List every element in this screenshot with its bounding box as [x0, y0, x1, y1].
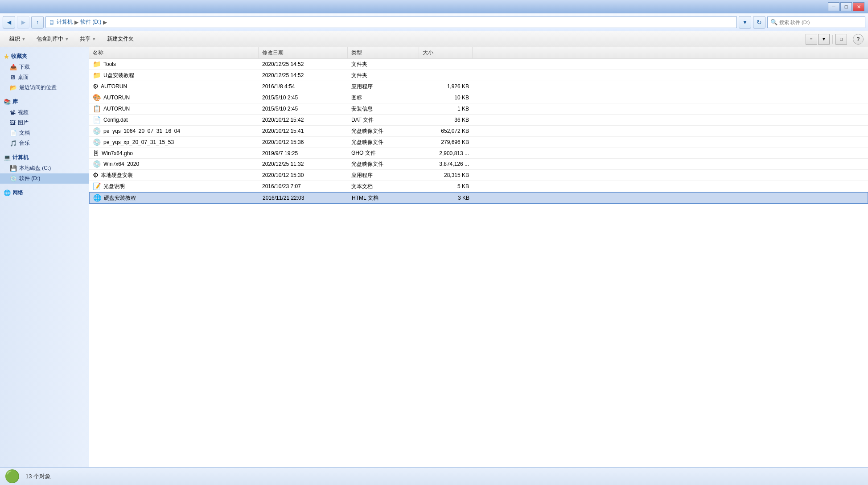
sidebar-item-video[interactable]: 📽 视频: [0, 107, 89, 118]
table-row[interactable]: 🎨 AUTORUN 2015/5/10 2:45 图标 10 KB: [89, 92, 868, 103]
organize-button[interactable]: 组织 ▼: [4, 33, 31, 45]
table-row[interactable]: 💿 pe_yqs_xp_20_07_31_15_53 2020/10/12 15…: [89, 137, 868, 148]
file-cell-name: 🌐 硬盘安装教程: [90, 193, 259, 203]
file-cell-name: 🗄 Win7x64.gho: [89, 148, 259, 158]
dropdown-button[interactable]: ▼: [739, 16, 751, 29]
file-cell-name: 💿 Win7x64_2020: [89, 159, 259, 169]
view-list-button[interactable]: ≡: [806, 34, 817, 45]
organize-chevron: ▼: [21, 37, 26, 41]
column-headers: 名称 修改日期 类型 大小: [89, 47, 868, 59]
table-row[interactable]: 📋 AUTORUN 2015/5/10 2:45 安装信息 1 KB: [89, 103, 868, 115]
refresh-button[interactable]: ↻: [753, 16, 765, 29]
table-row[interactable]: 📁 Tools 2020/12/25 14:52 文件夹: [89, 59, 868, 70]
library-icon: 📚: [4, 99, 11, 105]
col-header-type[interactable]: 类型: [348, 47, 419, 58]
sidebar-item-download[interactable]: 📥 下载: [0, 62, 89, 72]
table-row[interactable]: 💿 Win7x64_2020 2020/12/25 11:32 光盘映像文件 3…: [89, 159, 868, 170]
file-name: pe_yqs_xp_20_07_31_15_53: [103, 139, 174, 145]
document-label: 文档: [19, 129, 30, 137]
up-button[interactable]: ↑: [31, 16, 44, 29]
col-header-name[interactable]: 名称: [89, 47, 259, 58]
path-drive[interactable]: 软件 (D:): [80, 18, 101, 26]
close-button[interactable]: ✕: [853, 2, 864, 11]
table-row[interactable]: 🌐 硬盘安装教程 2016/11/21 22:03 HTML 文档 3 KB: [89, 192, 868, 204]
table-row[interactable]: 🗄 Win7x64.gho 2019/9/7 19:25 GHO 文件 2,90…: [89, 148, 868, 159]
document-icon: 📄: [10, 130, 17, 136]
sidebar-item-disk-c[interactable]: 💾 本地磁盘 (C:): [0, 163, 89, 173]
help-button[interactable]: ?: [853, 34, 864, 45]
sidebar-item-image[interactable]: 🖼 图片: [0, 118, 89, 128]
file-cell-modified: 2016/1/8 4:54: [259, 82, 348, 91]
sidebar-item-music[interactable]: 🎵 音乐: [0, 138, 89, 148]
file-cell-modified: 2020/10/12 15:42: [259, 115, 348, 124]
sidebar-item-recent[interactable]: 📂 最近访问的位置: [0, 82, 89, 93]
include-label: 包含到库中: [37, 35, 63, 43]
file-cell-modified: 2020/12/25 11:32: [259, 160, 348, 169]
star-icon: ★: [4, 53, 9, 60]
table-row[interactable]: ⚙ AUTORUN 2016/1/8 4:54 应用程序 1,926 KB: [89, 81, 868, 92]
table-row[interactable]: 📝 光盘说明 2016/10/23 7:07 文本文档 5 KB: [89, 181, 868, 192]
file-cell-type: 图标: [348, 93, 419, 103]
file-icon: 📝: [93, 182, 101, 190]
share-button[interactable]: 共享 ▼: [75, 33, 101, 45]
file-name: Win7x64_2020: [103, 161, 139, 167]
file-icon: ⚙: [93, 82, 99, 90]
sidebar-item-desktop[interactable]: 🖥 桌面: [0, 72, 89, 82]
file-cell-modified: 2019/9/7 19:25: [259, 149, 348, 158]
file-cell-type: DAT 文件: [348, 115, 419, 125]
sidebar-header-network[interactable]: 🌐 网络: [0, 187, 89, 198]
sidebar-section-libraries: 📚 库 📽 视频 🖼 图片 📄 文档 🎵 音乐: [0, 96, 89, 148]
file-cell-name: 🎨 AUTORUN: [89, 92, 259, 103]
file-name: 光盘说明: [103, 183, 125, 190]
file-name: AUTORUN: [101, 83, 127, 90]
file-icon: 📋: [93, 105, 101, 113]
preview-button[interactable]: □: [835, 34, 847, 45]
file-cell-size: 10 KB: [419, 93, 473, 102]
table-row[interactable]: 📁 U盘安装教程 2020/12/25 14:52 文件夹: [89, 70, 868, 81]
desktop-icon: 🖥: [10, 74, 16, 81]
image-label: 图片: [18, 119, 29, 127]
path-sep-2: ▶: [103, 19, 107, 25]
file-name: U盘安装教程: [103, 72, 134, 79]
recent-label: 最近访问的位置: [19, 84, 57, 91]
file-name: AUTORUN: [103, 95, 130, 101]
sidebar-header-libraries[interactable]: 📚 库: [0, 96, 89, 107]
view-chevron-button[interactable]: ▼: [818, 34, 830, 45]
path-computer[interactable]: 计算机: [57, 18, 73, 26]
table-row[interactable]: ⚙ 本地硬盘安装 2020/10/12 15:30 应用程序 28,315 KB: [89, 170, 868, 181]
sidebar-header-computer[interactable]: 💻 计算机: [0, 152, 89, 163]
new-folder-button[interactable]: 新建文件夹: [102, 33, 139, 45]
file-list: 📁 Tools 2020/12/25 14:52 文件夹 📁 U盘安装教程 20…: [89, 59, 868, 204]
file-name: Win7x64.gho: [102, 150, 133, 156]
share-chevron: ▼: [92, 37, 96, 41]
toolbar: 组织 ▼ 包含到库中 ▼ 共享 ▼ 新建文件夹 ≡ ▼ □ ?: [0, 31, 868, 47]
file-cell-name: ⚙ AUTORUN: [89, 81, 259, 92]
table-row[interactable]: 💿 pe_yqs_1064_20_07_31_16_04 2020/10/12 …: [89, 126, 868, 137]
libraries-label: 库: [12, 98, 18, 106]
file-cell-size: 652,072 KB: [419, 127, 473, 136]
music-icon: 🎵: [10, 140, 17, 147]
minimize-button[interactable]: ─: [828, 2, 839, 11]
include-button[interactable]: 包含到库中 ▼: [32, 33, 74, 45]
maximize-button[interactable]: □: [840, 2, 852, 11]
back-button[interactable]: ◀: [3, 16, 15, 29]
forward-button[interactable]: ▶: [17, 16, 29, 29]
file-cell-name: 📋 AUTORUN: [89, 103, 259, 114]
file-cell-type: 光盘映像文件: [348, 126, 419, 136]
table-row[interactable]: 📄 Config.dat 2020/10/12 15:42 DAT 文件 36 …: [89, 115, 868, 126]
col-header-modified[interactable]: 修改日期: [259, 47, 348, 58]
file-cell-size: [419, 74, 473, 77]
file-cell-size: 3 KB: [420, 193, 473, 202]
search-input[interactable]: [779, 20, 862, 25]
sidebar-header-favorites[interactable]: ★ 收藏夹: [0, 51, 89, 62]
status-count: 13 个对象: [25, 473, 51, 481]
file-cell-modified: 2020/10/12 15:30: [259, 171, 348, 180]
share-label: 共享: [80, 35, 91, 43]
title-bar: ─ □ ✕: [0, 0, 868, 13]
sidebar-item-disk-d[interactable]: 💿 软件 (D:): [0, 173, 89, 184]
sidebar-item-document[interactable]: 📄 文档: [0, 128, 89, 138]
search-icon: 🔍: [770, 19, 777, 25]
col-header-size[interactable]: 大小: [419, 47, 473, 58]
file-cell-name: 📄 Config.dat: [89, 115, 259, 125]
file-cell-type: GHO 文件: [348, 148, 419, 158]
